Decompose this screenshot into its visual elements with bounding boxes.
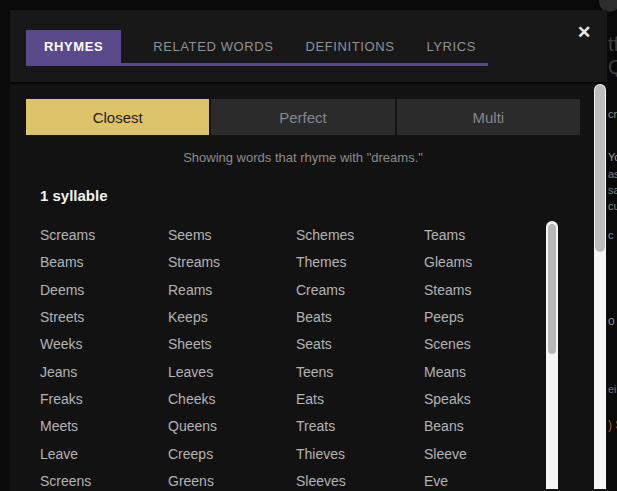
rhyme-word[interactable]: Streets	[40, 308, 168, 335]
tab-definitions[interactable]: DEFINITIONS	[305, 39, 394, 54]
modal-body: ClosestPerfectMulti Showing words that r…	[10, 84, 607, 489]
rhyme-word[interactable]: Seats	[296, 335, 424, 362]
rhyme-word[interactable]: Steams	[424, 281, 552, 308]
rhyme-word[interactable]: Meets	[40, 417, 168, 444]
rhyme-word[interactable]: Themes	[296, 253, 424, 280]
rhymes-modal: RHYMESRELATED WORDSDEFINITIONSLYRICS ✕ C…	[10, 10, 607, 491]
subtab-bar: ClosestPerfectMulti	[26, 99, 580, 135]
background-text-fragment: as	[608, 169, 617, 180]
rhyme-word[interactable]: Jeans	[40, 363, 168, 390]
rhyme-word[interactable]: Eve	[424, 472, 552, 491]
rhyme-word[interactable]: Leaves	[168, 363, 296, 390]
rhyme-word[interactable]: Treats	[296, 417, 424, 444]
background-text-fragment: Yo	[608, 152, 617, 163]
modal-scrollbar[interactable]	[594, 84, 606, 489]
rhyme-word[interactable]: Sleeve	[424, 445, 552, 472]
word-list-scrollbar[interactable]	[546, 221, 558, 489]
subtab-closest[interactable]: Closest	[26, 99, 209, 135]
background-text-fragment: Q	[608, 57, 617, 77]
rhyme-word[interactable]: Peeps	[424, 308, 552, 335]
modal-scrollbar-thumb[interactable]	[595, 85, 605, 252]
rhyme-word[interactable]: Streams	[168, 253, 296, 280]
rhyme-word[interactable]: Screams	[40, 226, 168, 253]
background-text-fragment: ) S	[608, 419, 617, 431]
rhyme-word[interactable]: Eats	[296, 390, 424, 417]
rhyme-words-grid: ScreamsSeemsSchemesTeamsBeamsStreamsThem…	[40, 226, 552, 491]
tab-related-words[interactable]: RELATED WORDS	[153, 39, 273, 54]
syllable-section-heading: 1 syllable	[40, 187, 108, 204]
subtab-perfect[interactable]: Perfect	[209, 99, 394, 135]
tab-rhymes[interactable]: RHYMES	[26, 30, 121, 63]
rhyme-word[interactable]: Keeps	[168, 308, 296, 335]
rhyme-word[interactable]: Beans	[424, 417, 552, 444]
background-text-fragment: c	[608, 230, 614, 241]
background-text-fragment: cu	[608, 201, 617, 212]
close-icon: ✕	[577, 23, 591, 42]
background-text-fragment: ei	[608, 384, 617, 395]
background-text-fragment: tf	[608, 34, 617, 54]
tab-bar: RHYMESRELATED WORDSDEFINITIONSLYRICS	[26, 30, 476, 63]
subtab-multi[interactable]: Multi	[395, 99, 580, 135]
rhyme-word[interactable]: Greens	[168, 472, 296, 491]
rhyme-word[interactable]: Creams	[296, 281, 424, 308]
rhyme-word[interactable]: Teams	[424, 226, 552, 253]
rhyme-word[interactable]: Sheets	[168, 335, 296, 362]
rhyme-word[interactable]: Sleeves	[296, 472, 424, 491]
rhyme-word[interactable]: Speaks	[424, 390, 552, 417]
rhyme-word[interactable]: Beams	[40, 253, 168, 280]
rhyme-word[interactable]: Gleams	[424, 253, 552, 280]
rhyme-word[interactable]: Means	[424, 363, 552, 390]
close-button[interactable]: ✕	[573, 22, 595, 44]
modal-header: RHYMESRELATED WORDSDEFINITIONSLYRICS ✕	[10, 10, 607, 84]
word-list-scrollbar-thumb[interactable]	[548, 224, 556, 354]
rhyme-word[interactable]: Thieves	[296, 445, 424, 472]
rhyme-word[interactable]: Queens	[168, 417, 296, 444]
background-text-fragment: sa	[608, 185, 617, 196]
showing-description: Showing words that rhyme with "dreams."	[26, 148, 580, 168]
rhyme-word[interactable]: Teens	[296, 363, 424, 390]
tab-underline	[26, 63, 488, 66]
rhyme-word[interactable]: Deems	[40, 281, 168, 308]
rhyme-word[interactable]: Creeps	[168, 445, 296, 472]
background-text-fragment: cr	[608, 109, 617, 120]
rhyme-word[interactable]: Beats	[296, 308, 424, 335]
rhyme-word[interactable]: Leave	[40, 445, 168, 472]
rhyme-word[interactable]: Scenes	[424, 335, 552, 362]
background-text-fragment: o	[608, 315, 615, 327]
rhyme-word[interactable]: Seems	[168, 226, 296, 253]
rhyme-word[interactable]: Reams	[168, 281, 296, 308]
rhyme-word[interactable]: Freaks	[40, 390, 168, 417]
tab-lyrics[interactable]: LYRICS	[426, 39, 476, 54]
rhyme-word[interactable]: Schemes	[296, 226, 424, 253]
rhyme-word[interactable]: Cheeks	[168, 390, 296, 417]
rhyme-word[interactable]: Screens	[40, 472, 168, 491]
rhyme-word[interactable]: Weeks	[40, 335, 168, 362]
